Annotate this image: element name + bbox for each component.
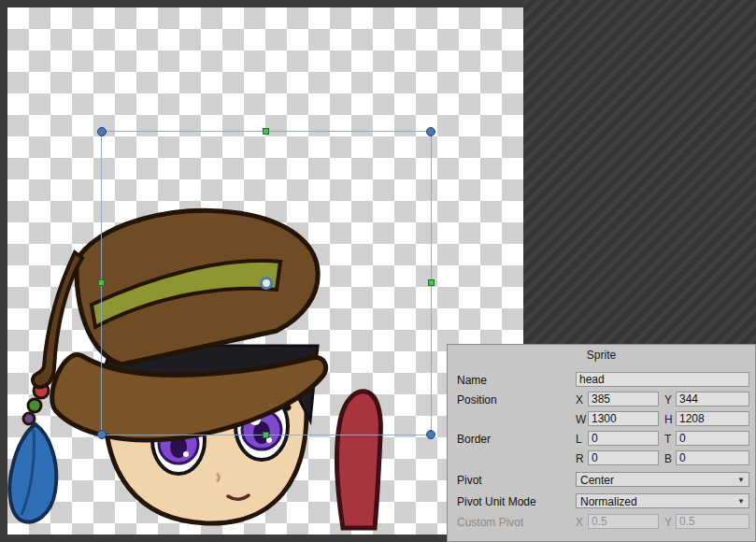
dropdown-arrow-icon: ▼	[737, 497, 745, 506]
handle-top-right[interactable]	[426, 127, 435, 136]
position-row-wh: W H	[457, 411, 748, 427]
pivot-dropdown[interactable]: Center ▼	[576, 472, 749, 487]
border-l-prefix: L	[576, 433, 582, 446]
custom-pivot-y-prefix: Y	[664, 516, 672, 529]
position-label: Position	[457, 393, 497, 406]
pivot-unit-mode-dropdown-value: Normalized	[580, 495, 637, 508]
handle-bottom-right[interactable]	[426, 430, 435, 439]
custom-pivot-row: Custom Pivot X Y	[457, 514, 748, 530]
dropdown-arrow-icon: ▼	[737, 476, 745, 484]
pivot-row: Pivot Center ▼	[457, 472, 748, 488]
position-w-input[interactable]	[588, 411, 659, 426]
position-h-input[interactable]	[676, 411, 749, 426]
border-t-input[interactable]	[676, 431, 749, 446]
position-y-input[interactable]	[676, 392, 749, 406]
custom-pivot-label: Custom Pivot	[457, 516, 523, 529]
feather	[9, 424, 56, 522]
sprite-selection-rect[interactable]	[101, 131, 432, 435]
custom-pivot-y-input	[676, 514, 749, 529]
custom-pivot-x-input	[588, 514, 659, 529]
position-x-input[interactable]	[588, 392, 659, 406]
border-r-input[interactable]	[588, 450, 659, 465]
handle-left-middle[interactable]	[98, 279, 105, 286]
handle-top-middle[interactable]	[263, 128, 269, 135]
name-row: Name	[457, 372, 748, 388]
position-y-prefix: Y	[664, 393, 672, 406]
border-r-prefix: R	[576, 452, 584, 465]
handle-bottom-left[interactable]	[97, 430, 107, 439]
border-row-lt: Border L T	[457, 431, 748, 447]
border-l-input[interactable]	[588, 431, 659, 446]
pivot-label: Pivot	[457, 474, 482, 487]
pivot-unit-mode-row: Pivot Unit Mode Normalized ▼	[457, 493, 748, 509]
border-label: Border	[457, 433, 491, 446]
border-b-input[interactable]	[676, 450, 749, 465]
hat-beads	[23, 383, 49, 424]
sprite-editor-window: Sprite Name Position X Y W H Border L T …	[0, 0, 756, 542]
name-input[interactable]	[576, 372, 749, 387]
position-h-prefix: H	[664, 413, 673, 426]
position-w-prefix: W	[576, 413, 586, 426]
panel-title: Sprite	[448, 349, 755, 362]
handle-bottom-middle[interactable]	[263, 432, 269, 438]
custom-pivot-x-prefix: X	[576, 516, 583, 529]
pivot-unit-mode-label: Pivot Unit Mode	[457, 495, 536, 508]
pivot-dropdown-value: Center	[580, 474, 614, 487]
border-row-rb: R B	[457, 450, 748, 466]
handle-right-middle[interactable]	[428, 279, 435, 286]
handle-top-left[interactable]	[97, 127, 107, 136]
position-row-xy: Position X Y	[457, 392, 748, 407]
border-b-prefix: B	[664, 452, 672, 465]
position-x-prefix: X	[576, 393, 583, 406]
pivot-handle[interactable]	[260, 277, 273, 290]
sprite-inspector-panel: Sprite Name Position X Y W H Border L T …	[447, 344, 756, 542]
name-label: Name	[457, 374, 487, 387]
border-t-prefix: T	[664, 433, 671, 446]
pivot-unit-mode-dropdown[interactable]: Normalized ▼	[576, 493, 749, 508]
